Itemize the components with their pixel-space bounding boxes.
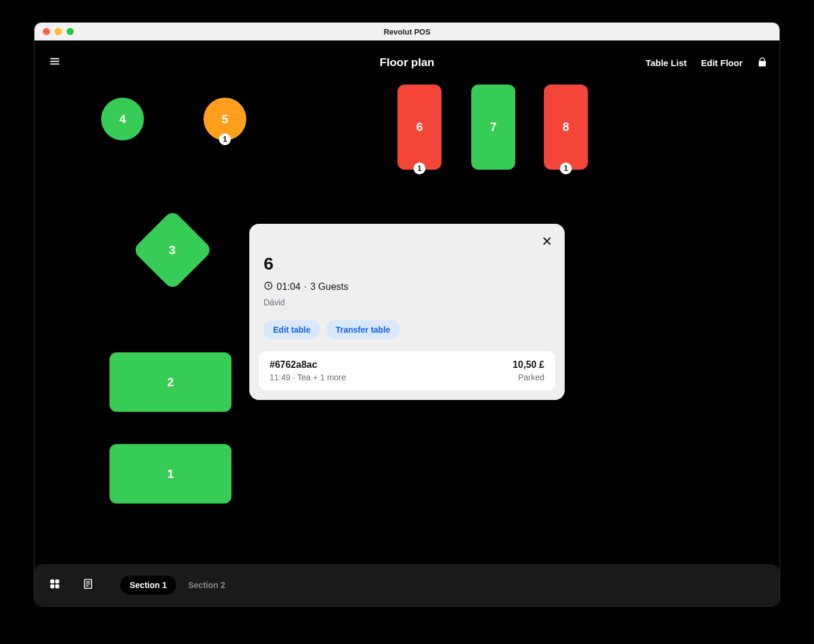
table-popover: ✕ 6 01:04 · 3 Guests Dávid Edit table: [249, 224, 565, 400]
table-label: 2: [167, 376, 174, 389]
order-id: #6762a8ac: [270, 359, 346, 370]
table-badge: 1: [414, 162, 425, 174]
order-card[interactable]: #6762a8ac 11:49 · Tea + 1 more 10,50 £ P…: [259, 351, 555, 390]
order-status: Parked: [513, 373, 544, 382]
table-8[interactable]: 8 1: [544, 85, 588, 170]
table-6[interactable]: 6 1: [397, 85, 442, 170]
table-2[interactable]: 2: [109, 352, 231, 412]
floor-canvas: 4 5 1 6 1 7 8 1 3 2 1: [35, 85, 779, 564]
section-tabs: Section 1 Section 2: [120, 576, 235, 595]
transfer-table-button[interactable]: Transfer table: [326, 320, 400, 339]
table-badge: 1: [219, 133, 231, 145]
section-tab-1[interactable]: Section 1: [120, 576, 176, 595]
popover-time: 01:04: [277, 282, 300, 292]
grid-view-button[interactable]: [46, 577, 63, 593]
svg-rect-4: [51, 580, 55, 584]
window-title: Revolut POS: [35, 27, 779, 36]
close-icon: ✕: [541, 234, 552, 249]
receipt-icon: [82, 578, 94, 592]
table-7[interactable]: 7: [471, 85, 515, 170]
topbar: Floor plan Table List Edit Floor: [35, 40, 779, 85]
table-label: 1: [167, 467, 174, 481]
order-price: 10,50 £: [513, 359, 544, 370]
svg-rect-7: [55, 584, 60, 589]
section-tab-2[interactable]: Section 2: [179, 576, 234, 595]
table-label: 5: [221, 112, 228, 126]
bottombar: Section 1 Section 2: [35, 564, 779, 606]
table-4[interactable]: 4: [101, 98, 144, 140]
app-window: Revolut POS Floor plan Table List Edit F…: [35, 23, 779, 606]
table-label: 4: [119, 112, 126, 126]
table-label: 8: [562, 120, 569, 134]
svg-rect-6: [51, 584, 55, 589]
grid-icon: [49, 578, 61, 592]
table-label: 3: [169, 243, 176, 257]
order-right: 10,50 £ Parked: [513, 359, 544, 382]
table-3[interactable]: 3: [132, 210, 213, 290]
table-badge: 1: [560, 162, 572, 174]
table-label: 7: [490, 120, 496, 134]
popover-actions: Edit table Transfer table: [264, 320, 550, 339]
order-description: 11:49 · Tea + 1 more: [270, 373, 346, 382]
clock-icon: [264, 281, 273, 293]
popover-header: 6 01:04 · 3 Guests Dávid Edit table Tran…: [249, 224, 565, 351]
edit-table-button[interactable]: Edit table: [264, 320, 320, 339]
app-body: Floor plan Table List Edit Floor 4 5 1 6…: [35, 40, 779, 606]
titlebar: Revolut POS: [35, 23, 779, 40]
receipt-view-button[interactable]: [80, 577, 96, 593]
order-left: #6762a8ac 11:49 · Tea + 1 more: [270, 359, 346, 382]
table-label: 6: [416, 120, 422, 134]
table-1[interactable]: 1: [109, 444, 231, 504]
popover-subtitle: 01:04 · 3 Guests: [264, 281, 550, 293]
popover-server: Dávid: [264, 298, 550, 307]
table-5[interactable]: 5 1: [204, 98, 246, 140]
close-button[interactable]: ✕: [539, 233, 555, 250]
page-title: Floor plan: [35, 56, 779, 69]
popover-table-number: 6: [264, 254, 550, 274]
svg-rect-5: [55, 580, 60, 584]
popover-guests: 3 Guests: [311, 282, 349, 292]
